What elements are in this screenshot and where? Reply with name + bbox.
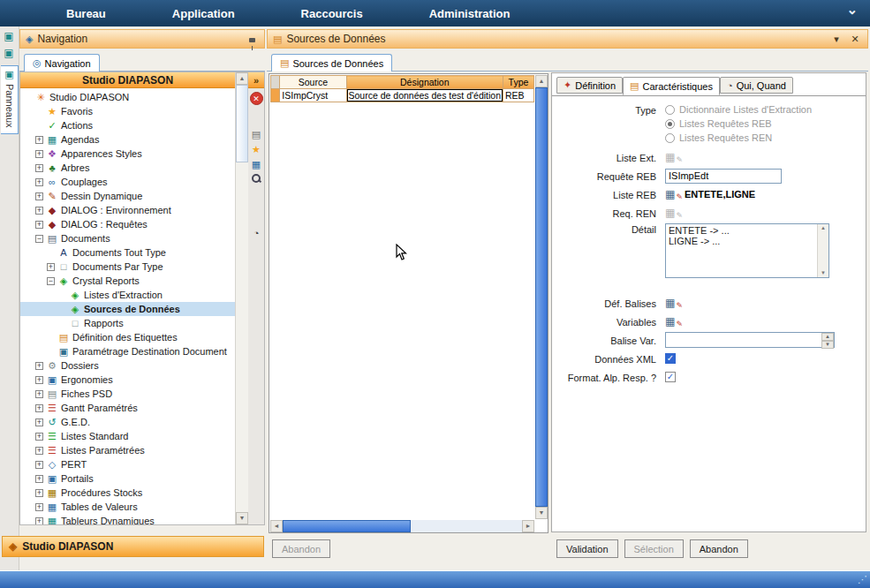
tree-item[interactable]: ✳Studio DIAPASON [20, 90, 235, 104]
donnees-xml-checkbox[interactable] [665, 353, 676, 364]
tree-item[interactable]: +◆DIALOG : Environnement [20, 203, 235, 217]
menu-raccourcis[interactable]: Raccourcis [301, 7, 363, 20]
expand-icon[interactable]: + [35, 362, 43, 370]
tree-item[interactable]: +▦Procédures Stocks [20, 486, 235, 500]
tree-item[interactable]: +◆DIALOG : Requêtes [20, 217, 235, 231]
radio-listes-requetes-reb[interactable]: Listes Requêtes REB [665, 118, 812, 129]
scroll-thumb[interactable] [535, 87, 548, 507]
detail-textbox[interactable]: ENTETE -> ... LIGNE -> ... [665, 223, 829, 278]
pin-icon[interactable] [245, 33, 259, 46]
tree-item[interactable]: +▦Agendas [20, 132, 235, 147]
requete-reb-input[interactable] [665, 169, 782, 184]
tree-item[interactable]: +▤Fiches PSD [20, 387, 235, 401]
tree-item[interactable]: +▣Portails [20, 471, 235, 486]
radio-listes-requetes-ren[interactable]: Listes Requêtes REN [665, 132, 812, 143]
resize-grip[interactable]: ⋰ [858, 574, 867, 585]
scroll-up-icon[interactable] [535, 75, 548, 87]
collapse-icon[interactable]: − [47, 277, 55, 285]
tree-item[interactable]: +☰Listes Standard [20, 429, 235, 443]
liste-ext-edit-icon[interactable] [665, 151, 681, 164]
tree-item[interactable]: +▣Ergonomies [20, 373, 235, 387]
expand-icon[interactable]: + [35, 489, 43, 497]
sheet-icon[interactable]: ▤ [250, 128, 262, 141]
panneaux-tab[interactable]: ▣ Panneaux [1, 65, 19, 134]
tree-item[interactable]: +☰Gantt Paramétrés [20, 401, 235, 415]
scroll-down-icon[interactable] [236, 512, 248, 524]
close-icon[interactable]: ✕ [848, 33, 862, 46]
expand-icon[interactable]: + [35, 164, 43, 172]
detail-scrollbar[interactable] [817, 224, 828, 277]
tree-item[interactable]: ADocuments Tout Type [20, 245, 235, 260]
expand-icon[interactable]: + [35, 418, 43, 426]
expand-icon[interactable]: + [35, 390, 43, 398]
tree-item[interactable]: −▤Documents [20, 231, 235, 245]
expand-icon[interactable]: + [35, 447, 43, 455]
tree-item[interactable]: ▣Paramétrage Destination Document [20, 344, 235, 358]
scroll-left-icon[interactable] [270, 520, 283, 532]
abandon-button[interactable]: Abandon [690, 539, 748, 558]
tree-item[interactable]: +☰Listes Paramétrées [20, 443, 235, 457]
row-selector-cell[interactable] [271, 89, 280, 102]
tree-item[interactable]: +□Documents Par Type [20, 260, 235, 274]
tree-item[interactable]: ▤Définition des Etiquettes [20, 330, 235, 344]
tree-item[interactable]: +∞Couplages [20, 175, 235, 189]
column-header-source[interactable]: Source [280, 76, 346, 89]
def-balises-edit-icon[interactable] [665, 297, 681, 310]
cell-designation[interactable]: Source de données des test d'édition [346, 89, 503, 102]
spinner[interactable]: ▲▼ [821, 333, 834, 347]
tree-item[interactable]: □Rapports [20, 316, 235, 330]
tree-item[interactable]: +◇PERT [20, 457, 235, 471]
tree-item[interactable]: +♣Arbres [20, 161, 235, 175]
tree-item[interactable]: +❖Apparences Styles [20, 147, 235, 161]
variables-edit-icon[interactable] [665, 315, 681, 328]
row-selector-header[interactable] [271, 76, 280, 89]
scroll-right-icon[interactable] [522, 520, 534, 532]
scroll-thumb[interactable] [236, 85, 248, 162]
balise-var-input[interactable]: ▲▼ [665, 332, 835, 348]
tree-item[interactable]: +▦Tableurs Dynamiques [20, 514, 235, 524]
selection-button[interactable]: Sélection [624, 539, 684, 558]
tree-item[interactable]: ◈Sources de Données [20, 302, 235, 316]
tab-definition[interactable]: ✦ Définition [556, 77, 623, 94]
close-icon[interactable]: ✕ [250, 92, 263, 105]
cell-source[interactable]: ISImpCryst [280, 89, 346, 102]
tab-caracteristiques[interactable]: ▤ Caractéristiques [623, 77, 720, 95]
radio-icon[interactable] [665, 133, 675, 143]
abandon-button-main[interactable]: Abandon [272, 539, 330, 558]
menu-bureau[interactable]: Bureau [66, 7, 106, 20]
liste-reb-edit-icon[interactable] [665, 188, 681, 201]
expand-icon[interactable]: + [47, 263, 55, 271]
scroll-down-icon[interactable] [535, 507, 548, 519]
panel-window-icon[interactable]: ▣ [2, 47, 16, 60]
table-row[interactable]: ISImpCryst Source de données des test d'… [271, 89, 534, 102]
radio-selected-icon[interactable] [665, 119, 675, 129]
expand-icon[interactable]: + [35, 136, 43, 144]
scroll-up-icon[interactable] [236, 72, 248, 85]
cell-type[interactable]: REB [503, 89, 534, 102]
star-icon[interactable]: ★ [250, 143, 262, 156]
column-header-designation[interactable]: Désignation [346, 76, 503, 89]
tab-navigation[interactable]: ◎ Navigation [24, 54, 100, 72]
tree-scrollbar[interactable] [235, 72, 248, 524]
chevron-down-icon[interactable]: ▾ [829, 33, 844, 46]
expand-icon[interactable]: + [35, 433, 43, 441]
radio-dictionnaire-listes-extraction[interactable]: Dictionnaire Listes d'Extraction [665, 104, 812, 115]
menubar-collapse-icon[interactable]: ⌄ [846, 2, 858, 18]
tree-item[interactable]: ✓Actions [20, 118, 235, 132]
menu-application[interactable]: Application [172, 7, 235, 20]
table-horizontal-scrollbar[interactable] [270, 520, 534, 532]
studio-bottom-bar[interactable]: ◈ Studio DIAPASON [2, 536, 264, 557]
column-header-type[interactable]: Type [503, 76, 534, 89]
spin-up-icon[interactable]: ▲ [821, 333, 834, 341]
expand-icon[interactable]: + [35, 475, 43, 483]
validation-button[interactable]: Validation [556, 539, 618, 558]
expand-icon[interactable]: + [35, 178, 43, 186]
req-ren-edit-icon[interactable] [665, 207, 681, 220]
spin-down-icon[interactable]: ▼ [821, 341, 834, 349]
clock-icon[interactable]: ◔ [250, 227, 262, 240]
expand-icon[interactable]: + [35, 503, 43, 511]
tree-item[interactable]: ◈Listes d'Extraction [20, 288, 235, 302]
format-alp-checkbox[interactable] [665, 372, 676, 382]
scroll-up-icon[interactable] [818, 224, 828, 232]
menu-administration[interactable]: Administration [429, 7, 511, 20]
